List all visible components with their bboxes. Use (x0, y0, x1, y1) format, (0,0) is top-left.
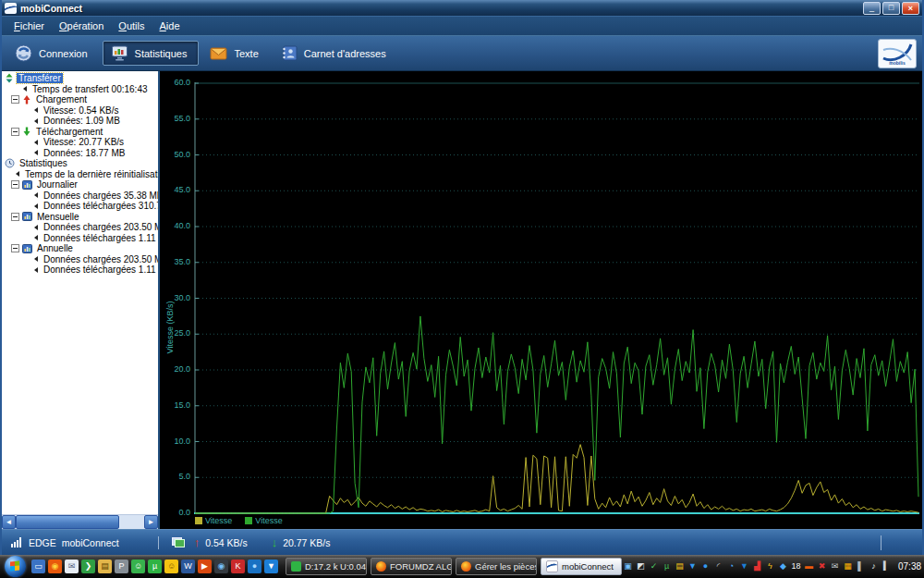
tray-app-blue-icon[interactable]: ▣ (622, 560, 634, 572)
toolbar-button-texte[interactable]: Texte (202, 43, 269, 64)
tree-item-annuelle[interactable]: Annuelle (2, 243, 158, 254)
scroll-left-button[interactable]: ◄ (2, 515, 16, 529)
main-content: TransférerTemps de transfert 00:16:43Cha… (2, 71, 922, 529)
tray-utorrent-icon[interactable]: µ (661, 560, 673, 572)
collapse-box-icon[interactable] (11, 244, 19, 252)
taskbar-button-d-17-2-k-u-0-04-k[interactable]: D:17.2 k U:0.04 k... (286, 558, 367, 575)
scrollbar-thumb[interactable] (16, 515, 119, 529)
window-title: mobiConnect (20, 3, 861, 14)
collapse-box-icon[interactable] (11, 128, 19, 136)
scroll-right-button[interactable]: ► (144, 515, 158, 529)
tree-item-label: Temps de la dernière réinitialisation 01… (23, 169, 160, 179)
quicklaunch-mail-icon[interactable]: ✉ (65, 560, 79, 573)
tree-item-label: Données: 18.77 MB (42, 148, 127, 158)
tree-item-label: Données chargées 35.38 MB (42, 191, 160, 201)
chart-icon (22, 180, 32, 190)
tree-item-donn-es-t-l-charg-es-1-1[interactable]: Données téléchargées 1.11 GB (2, 233, 158, 244)
tray-18-icon[interactable]: 18 (790, 560, 802, 572)
minimize-button[interactable]: _ (863, 2, 881, 15)
toolbar-button-label: Connexion (39, 48, 88, 59)
tree-item-transf-rer[interactable]: Transférer (2, 73, 158, 84)
quicklaunch-word-icon[interactable]: W (181, 560, 195, 573)
maximize-button[interactable]: □ (882, 2, 900, 15)
toolbar-button-carnet-d-adresses[interactable]: Carnet d'adresses (274, 42, 397, 65)
tree-item-donn-es-18-77-mb[interactable]: Données: 18.77 MB (2, 148, 158, 159)
tree-item-label: Mensuelle (35, 212, 81, 222)
menu-item-op-ration[interactable]: Opération (53, 18, 110, 33)
tray-down1-icon[interactable]: ▼ (687, 560, 699, 572)
quicklaunch-keys-icon[interactable]: P (115, 560, 128, 573)
tray-diamond-icon[interactable]: ◆ (777, 560, 789, 572)
collapse-box-icon[interactable] (11, 95, 19, 104)
tree-item-label: Données chargées 203.50 MB (42, 222, 160, 232)
close-button[interactable]: × (902, 2, 919, 15)
tree-item-vitesse-20-77-kb-s[interactable]: Vitesse: 20.77 KB/s (2, 137, 158, 148)
tree-item-donn-es-charg-es-203-50[interactable]: Données chargées 203.50 MB (2, 254, 158, 265)
tree-item-mensuelle[interactable]: Mensuelle (2, 212, 158, 223)
tray-mail-icon[interactable]: ✉ (829, 560, 841, 572)
legend-swatch-1 (245, 517, 252, 524)
quicklaunch-contacts-green-icon[interactable]: ☺ (131, 560, 145, 573)
quicklaunch-smiley-icon[interactable]: ☺ (164, 560, 178, 573)
taskbar-button-mobiconnect[interactable]: mobiConnect (541, 558, 622, 575)
tree-item-journalier[interactable]: Journalier (2, 179, 158, 191)
tray-bar-red-icon[interactable]: ▬ (803, 560, 815, 572)
tree-item-t-l-chargement[interactable]: Téléchargement (2, 127, 158, 138)
tree-item-temps-de-la-derni-re-r-i[interactable]: Temps de la dernière réinitialisation 01… (2, 169, 158, 180)
tree-item-vitesse-0-54-kb-s[interactable]: Vitesse: 0.54 KB/s (2, 105, 158, 117)
quicklaunch-utorrent-icon[interactable]: µ (148, 560, 162, 573)
tray-lightning-icon[interactable]: ϟ (764, 560, 776, 572)
tray-buildings-icon[interactable]: ▌ (855, 560, 867, 572)
tree-item-donn-es-1-09-mb[interactable]: Données: 1.09 MB (2, 116, 158, 127)
collapse-box-icon[interactable] (11, 213, 19, 221)
quicklaunch-media-orange-icon[interactable]: ▶ (198, 560, 212, 573)
title-bar[interactable]: mobiConnect _ □ × (2, 0, 922, 16)
start-button[interactable] (5, 556, 26, 577)
tray-pin-icon[interactable]: ▍ (881, 560, 893, 572)
y-tick-label: 10.0 (160, 437, 190, 446)
menu-item-aide[interactable]: Aide (152, 18, 186, 33)
tray-signal-red-icon[interactable]: ▟ (751, 560, 763, 572)
quicklaunch-folder-icon[interactable]: ▤ (98, 560, 112, 573)
bullet-icon (33, 191, 39, 199)
quicklaunch-download-manager-icon[interactable]: ▼ (264, 560, 278, 573)
quicklaunch-antivirus-icon[interactable]: ◉ (214, 560, 228, 573)
status-app-label: mobiConnect (62, 537, 119, 548)
tree-item-chargement[interactable]: Chargement (2, 94, 158, 105)
taskbar-button-forumdz-alger[interactable]: FORUMDZ ALGER... (371, 558, 452, 575)
toolbar-button-connexion[interactable]: Connexion (7, 41, 99, 66)
quicklaunch-browser-blue-icon[interactable]: ● (248, 560, 261, 573)
menu-item-outils[interactable]: Outils (112, 18, 151, 33)
scrollbar-track[interactable] (119, 515, 144, 529)
y-tick-label: 55.0 (160, 114, 190, 123)
tree-item-label: Annuelle (35, 243, 75, 253)
tray-grid-yellow-icon[interactable]: ▦ (842, 560, 854, 572)
horizontal-scrollbar[interactable]: ◄ ► (2, 514, 158, 529)
tree-item-donn-es-t-l-charg-es-310[interactable]: Données téléchargées 310.70 MB (2, 201, 158, 212)
toolbar-button-statistiques[interactable]: Statistiques (103, 41, 200, 66)
quicklaunch-red-app-icon[interactable]: K (231, 560, 245, 573)
tray-down2-icon[interactable]: ▼ (738, 560, 750, 572)
tree-item-donn-es-t-l-charg-es-1-1[interactable]: Données téléchargées 1.11 GB (2, 264, 158, 276)
tree-item-statistiques[interactable]: Statistiques (2, 158, 158, 169)
tray-swirl-icon[interactable]: ◔ (725, 560, 737, 572)
tray-app-grey-icon[interactable]: ◩ (635, 560, 647, 572)
tray-sound-icon[interactable]: ♪ (868, 560, 880, 572)
tree-item-donn-es-charg-es-203-50[interactable]: Données chargées 203.50 MB (2, 222, 158, 233)
tray-folder-icon[interactable]: ▤ (674, 560, 686, 572)
quicklaunch-messenger-green-icon[interactable]: ❯ (81, 560, 95, 573)
y-tick-label: 20.0 (160, 364, 190, 374)
collapse-box-icon[interactable] (11, 180, 19, 189)
tray-ok-icon[interactable]: ✓ (648, 560, 660, 572)
tree-item-temps-de-transfert-00-16[interactable]: Temps de transfert 00:16:43 (2, 84, 158, 95)
quicklaunch-show-desktop-icon[interactable]: ▭ (31, 560, 45, 573)
tree-item-donn-es-charg-es-35-38-m[interactable]: Données chargées 35.38 MB (2, 191, 158, 202)
tray-x-red-icon[interactable]: ✖ (816, 560, 828, 572)
tray-grey-arc-icon[interactable]: ◜ (712, 560, 724, 572)
menu-item-fichier[interactable]: Fichier (7, 18, 51, 33)
y-tick-label: 5.0 (160, 472, 190, 481)
quick-launch-bar: ▭◉✉❯▤P☺µ☺W▶◉K●▼ (31, 560, 278, 573)
taskbar-button-g-rer-les-pi-ces-j[interactable]: Gérer les pièces j... (456, 558, 537, 575)
tray-dot-blue-icon[interactable]: ● (699, 560, 711, 572)
quicklaunch-firefox-icon[interactable]: ◉ (48, 560, 62, 573)
